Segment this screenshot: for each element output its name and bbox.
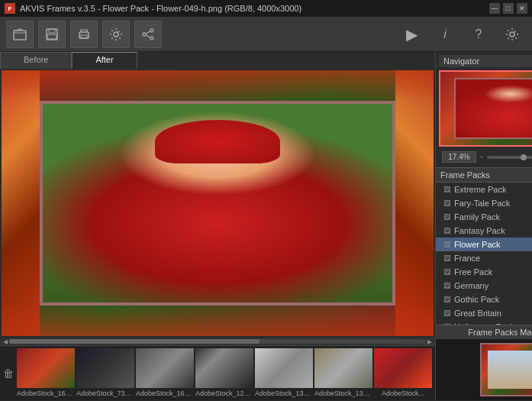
main-layout: Before After ◀ bbox=[0, 52, 532, 400]
pack-item-gothic-pack[interactable]: 🖼Gothic Pack bbox=[436, 293, 532, 306]
pack-item-family-pack[interactable]: 🖼Family Pack bbox=[436, 210, 532, 224]
app-icon: F bbox=[5, 3, 15, 14]
svg-rect-3 bbox=[47, 34, 56, 39]
pack-icon: 🖼 bbox=[442, 240, 451, 249]
pack-icon: 🖼 bbox=[442, 267, 451, 276]
pack-icon: 🖼 bbox=[442, 281, 451, 290]
navigator-header: Navigator ▼ bbox=[439, 55, 532, 67]
scroll-right-arrow[interactable]: ▶ bbox=[426, 338, 434, 345]
pack-icon: 🖼 bbox=[442, 185, 451, 194]
open-file-button[interactable] bbox=[6, 21, 34, 48]
preferences-button[interactable] bbox=[498, 21, 526, 48]
pack-item-flower-pack[interactable]: 🖼Flower Pack bbox=[436, 238, 532, 251]
frame-packs-list[interactable]: 🖼Extreme Pack🖼Fary-Tale Pack🖼Family Pack… bbox=[436, 183, 532, 325]
navigator-title: Navigator bbox=[443, 57, 479, 66]
right-panel: Navigator ▼ 17.4% − + Frame Packs bbox=[435, 52, 532, 400]
pack-icon: 🖼 bbox=[442, 199, 451, 208]
svg-rect-0 bbox=[14, 31, 26, 40]
thumb-image bbox=[314, 348, 372, 388]
print-button[interactable] bbox=[70, 21, 98, 48]
save-button[interactable] bbox=[38, 21, 66, 48]
filmstrip-item[interactable]: AdobeStock_162... bbox=[136, 348, 194, 399]
pack-icon: 🖼 bbox=[442, 212, 451, 222]
filmstrip-item[interactable]: AdobeStock... bbox=[374, 348, 432, 399]
pack-item-great-britain[interactable]: 🖼Great Britain bbox=[436, 306, 532, 320]
pack-label: Extreme Pack bbox=[454, 185, 506, 194]
frame-packs-manager-button[interactable]: Frame Packs Manager bbox=[436, 325, 532, 339]
girl-hat bbox=[155, 120, 281, 163]
titlebar: F AKVIS Frames v.3.5 - Flower Pack - Flo… bbox=[0, 0, 532, 17]
help-button[interactable]: ? bbox=[465, 21, 492, 48]
thumb-image bbox=[195, 348, 253, 388]
view-tabs: Before After bbox=[0, 52, 435, 69]
image-canvas[interactable] bbox=[2, 70, 434, 336]
play-button[interactable]: ▶ bbox=[398, 21, 425, 48]
filmstrip-item[interactable]: AdobeStock_734... bbox=[76, 348, 134, 399]
pack-icon: 🖼 bbox=[442, 295, 451, 304]
pack-item-france[interactable]: 🖼France bbox=[436, 251, 532, 265]
tab-after[interactable]: After bbox=[72, 52, 137, 69]
svg-point-7 bbox=[150, 29, 153, 32]
zoom-display[interactable]: 17.4% bbox=[442, 151, 476, 163]
pack-label: Germany bbox=[454, 281, 488, 290]
close-button[interactable]: ✕ bbox=[517, 3, 527, 14]
filmstrip: 🗑 AdobeStock_167... AdobeStock_734... Ad… bbox=[0, 345, 435, 400]
canvas-area: Before After ◀ bbox=[0, 52, 435, 400]
frame-packs-panel: Frame Packs ▼ 🖼Extreme Pack🖼Fary-Tale Pa… bbox=[436, 167, 532, 400]
thumb-label: AdobeStock... bbox=[374, 388, 432, 399]
pack-label: Free Pack bbox=[454, 267, 492, 276]
filmstrip-item[interactable]: AdobeStock_133... bbox=[255, 348, 313, 399]
girl-figure bbox=[43, 104, 392, 302]
frame-left bbox=[2, 70, 40, 336]
pack-preview bbox=[436, 339, 532, 400]
pack-icon: 🖼 bbox=[442, 254, 451, 263]
thumb-image bbox=[374, 348, 432, 388]
thumb-image bbox=[76, 348, 134, 388]
pack-item-fantasy-pack[interactable]: 🖼Fantasy Pack bbox=[436, 224, 532, 238]
share-button[interactable] bbox=[134, 21, 162, 48]
maximize-button[interactable]: □ bbox=[503, 3, 514, 14]
toolbar: ▶ i ? bbox=[0, 17, 532, 52]
svg-point-9 bbox=[150, 37, 153, 40]
minimize-button[interactable]: — bbox=[489, 3, 500, 14]
frame-bottom bbox=[2, 306, 434, 336]
window-controls: — □ ✕ bbox=[489, 3, 527, 14]
pack-item-fary-tale-pack[interactable]: 🖼Fary-Tale Pack bbox=[436, 196, 532, 210]
pack-preview-image bbox=[480, 343, 532, 396]
filmstrip-item[interactable]: AdobeStock_139... bbox=[314, 348, 372, 399]
zoom-slider[interactable] bbox=[487, 156, 532, 159]
thumb-label: AdobeStock_139... bbox=[314, 388, 372, 399]
pack-icon: 🖼 bbox=[442, 226, 451, 235]
thumb-label: AdobeStock_133... bbox=[255, 388, 313, 399]
horizontal-scrollbar[interactable]: ◀ ▶ bbox=[0, 338, 435, 345]
scroll-track[interactable] bbox=[9, 339, 426, 344]
info-button[interactable]: i bbox=[431, 21, 459, 48]
settings-button[interactable] bbox=[102, 21, 130, 48]
filmstrip-item[interactable]: AdobeStock_123... bbox=[195, 348, 253, 399]
frame-packs-title: Frame Packs bbox=[440, 170, 490, 179]
svg-point-8 bbox=[143, 33, 146, 36]
zoom-slider-thumb[interactable] bbox=[521, 154, 527, 160]
framed-image bbox=[2, 70, 434, 336]
filmstrip-item[interactable]: AdobeStock_167... bbox=[17, 348, 75, 399]
zoom-out-button[interactable]: − bbox=[479, 153, 484, 161]
tab-before[interactable]: Before bbox=[0, 52, 72, 69]
navigator-thumbnail[interactable] bbox=[439, 70, 532, 147]
pack-item-extreme-pack[interactable]: 🖼Extreme Pack bbox=[436, 183, 532, 196]
svg-point-6 bbox=[114, 32, 118, 37]
pack-label: France bbox=[454, 254, 480, 263]
scroll-thumb[interactable] bbox=[9, 339, 260, 344]
pack-item-germany[interactable]: 🖼Germany bbox=[436, 279, 532, 293]
thumb-image bbox=[255, 348, 313, 388]
frame-packs-header: Frame Packs ▼ bbox=[436, 167, 532, 183]
pack-preview-inner bbox=[488, 351, 532, 389]
frame-top bbox=[2, 70, 434, 101]
thumb-label: AdobeStock_162... bbox=[136, 388, 194, 399]
thumb-label: AdobeStock_167... bbox=[17, 388, 75, 399]
pack-item-free-pack[interactable]: 🖼Free Pack bbox=[436, 265, 532, 279]
pack-icon: 🖼 bbox=[442, 309, 451, 318]
delete-icon[interactable]: 🗑 bbox=[3, 367, 14, 380]
svg-point-10 bbox=[510, 32, 514, 37]
scroll-left-arrow[interactable]: ◀ bbox=[2, 338, 9, 345]
toolbar-right: ▶ i ? bbox=[398, 21, 526, 48]
